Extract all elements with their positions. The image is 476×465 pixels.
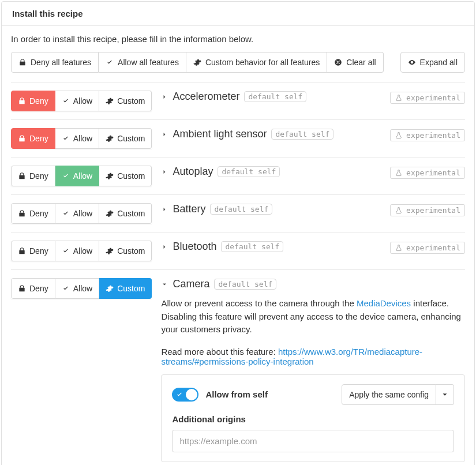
clear-all-button[interactable]: Clear all (327, 52, 383, 73)
check-icon (62, 284, 70, 292)
additional-origins-input[interactable] (172, 430, 454, 452)
additional-origins-label: Additional origins (172, 414, 454, 424)
default-pill: default self (210, 204, 272, 215)
custom-button[interactable]: Custom (99, 203, 152, 224)
feature-details: Allow or prevent access to the camera th… (161, 297, 465, 465)
feature-main: Batterydefault self (161, 203, 381, 215)
deny-button[interactable]: Deny (11, 278, 55, 299)
experimental-label: experimental (406, 206, 460, 215)
apply-config-button[interactable]: Apply the same config (342, 384, 436, 405)
gear-icon (106, 134, 114, 142)
custom-all-button[interactable]: Custom behavior for all features (186, 52, 327, 73)
chevron-right-icon[interactable] (161, 93, 168, 100)
deny-label: Deny (29, 284, 48, 292)
feature-description: Allow or prevent access to the camera th… (161, 297, 465, 336)
default-pill: default self (214, 279, 276, 290)
lock-icon (18, 247, 26, 255)
custom-label: Custom (117, 97, 145, 105)
deny-button[interactable]: Deny (11, 166, 55, 186)
custom-button[interactable]: Custom (99, 241, 152, 261)
gear-icon (106, 172, 114, 180)
deny-label: Deny (29, 172, 48, 180)
chevron-down-icon (441, 391, 449, 399)
feature-row: DenyAllowCustomAmbient light sensordefau… (11, 120, 465, 158)
feature-row: DenyAllowCustomCameradefault selfAllow o… (11, 270, 465, 465)
apply-config-caret[interactable] (436, 384, 454, 405)
allow-button[interactable]: Allow (55, 203, 99, 224)
deny-button[interactable]: Deny (11, 128, 55, 149)
custom-button[interactable]: Custom (99, 278, 152, 299)
feature-name: Ambient light sensor (173, 128, 267, 140)
mediadevices-link[interactable]: MediaDevices (357, 298, 411, 308)
experimental-label: experimental (406, 243, 460, 252)
check-icon (62, 97, 70, 105)
custom-button[interactable]: Custom (99, 128, 152, 149)
deny-button[interactable]: Deny (11, 241, 55, 261)
intro-text: In order to install this recipe, please … (11, 26, 465, 52)
feature-row: DenyAllowCustomAccelerometerdefault self… (11, 82, 465, 120)
apply-config-dropdown: Apply the same config (342, 384, 454, 405)
allow-from-self-label: Allow from self (205, 389, 268, 399)
custom-label: Custom (117, 209, 145, 217)
experimental-badge: experimental (390, 242, 465, 254)
default-pill: default self (221, 241, 283, 252)
default-pill: default self (218, 166, 280, 177)
deny-label: Deny (29, 209, 48, 217)
chevron-right-icon[interactable] (161, 206, 168, 213)
deny-button[interactable]: Deny (11, 203, 55, 224)
deny-all-label: Deny all features (31, 58, 91, 66)
feature-name: Accelerometer (173, 91, 239, 103)
chevron-right-icon[interactable] (161, 243, 168, 250)
clear-all-label: Clear all (346, 58, 376, 66)
policy-segmented: DenyAllowCustom (11, 278, 152, 299)
panel-body: In order to install this recipe, please … (2, 25, 474, 465)
chevron-right-icon[interactable] (161, 168, 168, 175)
check-icon (106, 58, 114, 66)
eye-icon (408, 58, 416, 66)
deny-all-button[interactable]: Deny all features (11, 52, 99, 73)
allow-all-button[interactable]: Allow all features (99, 52, 186, 73)
config-box: Allow from selfApply the same configAddi… (161, 374, 465, 462)
close-circle-icon (334, 58, 342, 66)
feature-main: Cameradefault selfAllow or prevent acces… (161, 278, 465, 465)
allow-button[interactable]: Allow (55, 166, 99, 186)
allow-button[interactable]: Allow (55, 91, 99, 111)
lock-icon (18, 58, 27, 66)
expand-all-button[interactable]: Expand all (400, 52, 465, 73)
allow-button[interactable]: Allow (55, 241, 99, 261)
allow-button[interactable]: Allow (55, 128, 99, 149)
gear-icon (106, 247, 114, 255)
deny-button[interactable]: Deny (11, 91, 55, 111)
experimental-label: experimental (406, 93, 460, 102)
chevron-right-icon[interactable] (161, 131, 168, 138)
check-icon (175, 391, 183, 400)
config-top: Allow from selfApply the same config (172, 384, 454, 405)
feature-row: DenyAllowCustomBatterydefault selfexperi… (11, 195, 465, 232)
experimental-badge: experimental (390, 204, 465, 216)
feature-main: Accelerometerdefault self (161, 91, 381, 103)
feature-title-line: Autoplaydefault self (161, 166, 381, 178)
spec-link[interactable]: https://www.w3.org/TR/mediacapture-strea… (161, 347, 422, 366)
experimental-badge: experimental (390, 129, 465, 141)
chevron-down-icon[interactable] (161, 281, 168, 288)
lock-icon (18, 172, 26, 180)
allow-label: Allow (73, 209, 92, 217)
experimental-label: experimental (406, 131, 460, 140)
allow-label: Allow (73, 97, 92, 105)
gear-icon (106, 209, 114, 217)
policy-segmented: DenyAllowCustom (11, 128, 152, 149)
custom-button[interactable]: Custom (99, 91, 152, 111)
custom-button[interactable]: Custom (99, 166, 152, 186)
allow-label: Allow (73, 247, 92, 255)
allow-label: Allow (73, 134, 92, 142)
check-icon (62, 134, 70, 142)
gear-icon (106, 97, 114, 105)
policy-segmented: DenyAllowCustom (11, 166, 152, 186)
default-pill: default self (244, 91, 306, 102)
bulk-button-group: Deny all features Allow all features Cus… (11, 52, 384, 73)
allow-from-self-toggle[interactable] (172, 388, 198, 402)
feature-main: Bluetoothdefault self (161, 241, 381, 253)
feature-title-line: Accelerometerdefault self (161, 91, 381, 103)
gear-icon (106, 284, 114, 292)
allow-button[interactable]: Allow (55, 278, 99, 299)
